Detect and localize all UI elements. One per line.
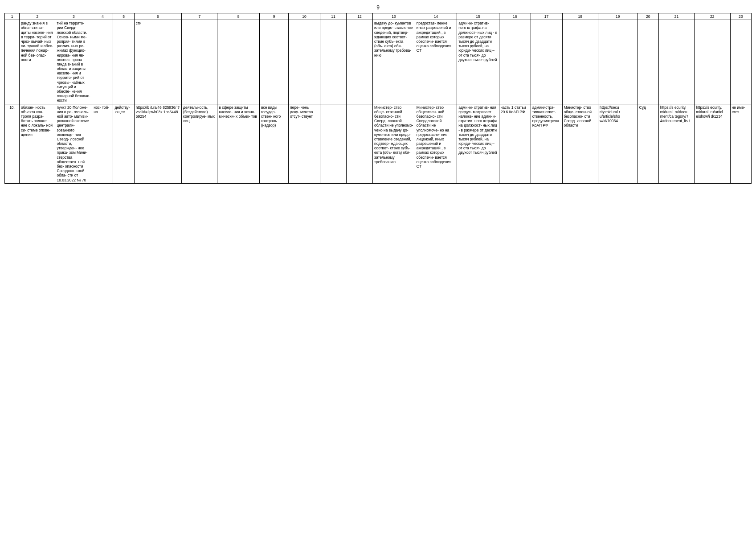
cont-4 bbox=[92, 20, 113, 104]
th-8: 8 bbox=[217, 13, 260, 20]
th-3: 3 bbox=[55, 13, 92, 20]
cont-23 bbox=[730, 20, 751, 104]
cont-2-text: ранду знания в обла- сти за- щиты населе… bbox=[21, 21, 53, 62]
cont-12 bbox=[347, 20, 373, 104]
cell-10-19-text: https://secu rity.midural.r u/article/sh… bbox=[600, 105, 620, 123]
cell-10-5-text: действу- ющее bbox=[114, 105, 130, 114]
th-22: 22 bbox=[695, 13, 730, 20]
cell-10-16-text: часть 1 статьи 20.6 КоАП РФ bbox=[501, 105, 526, 114]
cell-10-23: не име- ется bbox=[730, 104, 751, 183]
cont-10 bbox=[289, 20, 320, 104]
cell-10-13: Министер- ство обще- ственной безопасно-… bbox=[373, 104, 415, 183]
cont-14-text: предостав- ление иных разрешений и аккре… bbox=[417, 21, 451, 53]
cell-10-21: https://s ecurity. midural. ru/docu ment… bbox=[658, 104, 694, 183]
cont-6-text: сти bbox=[136, 21, 142, 25]
cell-10-9-text: все виды государ- ствен- ного контроль (… bbox=[261, 105, 281, 128]
cont-2: ранду знания в обла- сти за- щиты населе… bbox=[20, 20, 55, 104]
th-4: 4 bbox=[92, 13, 113, 20]
th-10: 10 bbox=[289, 13, 320, 20]
cont-8 bbox=[217, 20, 260, 104]
cell-10-22: https://s ecurity. midural. ru/articl e/… bbox=[695, 104, 730, 183]
page-number: 9 bbox=[4, 4, 752, 11]
cell-10-17: администра- тивная ответ- ственность, пр… bbox=[531, 104, 562, 183]
cell-10-14-text: Министер- ство обществен- ной безопасно-… bbox=[417, 105, 451, 169]
continuation-row: ранду знания в обла- сти за- щиты населе… bbox=[5, 20, 752, 104]
cell-10-19: https://secu rity.midural.r u/article/sh… bbox=[598, 104, 637, 183]
cont-14: предостав- ление иных разрешений и аккре… bbox=[415, 20, 457, 104]
cont-9 bbox=[260, 20, 289, 104]
cont-5 bbox=[113, 20, 134, 104]
th-20: 20 bbox=[637, 13, 658, 20]
cell-10-6: https://b it.rs/46 825936/ ?vsclid= lpwb… bbox=[134, 104, 181, 183]
cell-10-8-text: в сфере защиты населе- ния и эконо- миче… bbox=[219, 105, 257, 119]
cell-10-21-text: https://s ecurity. midural. ru/docu ment… bbox=[660, 105, 690, 123]
cell-10-4: нос- той- но bbox=[92, 104, 113, 183]
cell-10-13-text: Министер- ство обще- ственной безопасно-… bbox=[374, 105, 413, 164]
header-row-nums: 1 2 3 4 5 6 7 8 9 10 11 12 13 14 15 16 1… bbox=[5, 13, 752, 20]
cont-16 bbox=[499, 20, 531, 104]
cont-1 bbox=[5, 20, 20, 104]
cell-10-23-text: не име- ется bbox=[732, 105, 745, 114]
cont-15-text: админи- стратив- ного штрафа на должност… bbox=[458, 21, 497, 62]
cell-10-3-text: пункт 20 Положе- ния о ре- гиональ- ной … bbox=[57, 105, 89, 182]
th-1: 1 bbox=[5, 13, 20, 20]
cell-10-1: 10. bbox=[5, 104, 20, 183]
th-2: 2 bbox=[20, 13, 55, 20]
th-23: 23 bbox=[730, 13, 751, 20]
cell-10-2-text: обязан- ность объекта кон- троля разра- … bbox=[21, 105, 53, 137]
cont-13-text: выдачу до- кументов или предо- ставление… bbox=[374, 21, 413, 57]
cell-10-20-text: Суд bbox=[639, 105, 646, 110]
table-row-10: 10. обязан- ность объекта кон- троля раз… bbox=[5, 104, 752, 183]
cell-10-6-text: https://b it.rs/46 825936/ ?vsclid= lpwb… bbox=[136, 105, 180, 119]
cell-10-14: Министер- ство обществен- ной безопасно-… bbox=[415, 104, 457, 183]
th-12: 12 bbox=[347, 13, 373, 20]
cell-10-11 bbox=[320, 104, 346, 183]
cell-10-18: Министер- ство обще- ственной безопасно-… bbox=[562, 104, 598, 183]
th-7: 7 bbox=[182, 13, 217, 20]
cont-7 bbox=[182, 20, 217, 104]
cont-13: выдачу до- кументов или предо- ставление… bbox=[373, 20, 415, 104]
cont-11 bbox=[320, 20, 346, 104]
cell-10-7: деятельность, (бездействие) контролируе-… bbox=[182, 104, 217, 183]
th-11: 11 bbox=[320, 13, 346, 20]
cont-3: тий на террито- рии Сверд- ловской облас… bbox=[55, 20, 92, 104]
cell-10-3: пункт 20 Положе- ния о ре- гиональ- ной … bbox=[55, 104, 92, 183]
th-17: 17 bbox=[531, 13, 562, 20]
th-16: 16 bbox=[499, 13, 531, 20]
th-5: 5 bbox=[113, 13, 134, 20]
cont-20 bbox=[637, 20, 658, 104]
th-21: 21 bbox=[658, 13, 694, 20]
cell-10-5: действу- ющее bbox=[113, 104, 134, 183]
cont-6: сти bbox=[134, 20, 181, 104]
cont-15: админи- стратив- ного штрафа на должност… bbox=[457, 20, 499, 104]
cell-10-8: в сфере защиты населе- ния и эконо- миче… bbox=[217, 104, 260, 183]
cell-10-7-text: деятельность, (бездействие) контролируе-… bbox=[183, 105, 215, 123]
th-13: 13 bbox=[373, 13, 415, 20]
cell-10-22-text: https://s ecurity. midural. ru/articl e/… bbox=[696, 105, 723, 119]
cont-21 bbox=[658, 20, 694, 104]
page: 9 1 bbox=[0, 0, 756, 535]
main-table: 1 2 3 4 5 6 7 8 9 10 11 12 13 14 15 16 1… bbox=[4, 13, 752, 184]
cell-10-10-text: пере- чень доку- ментов отсут- ствует bbox=[290, 105, 313, 119]
cont-22 bbox=[695, 20, 730, 104]
cont-3-text: тий на террито- рии Сверд- ловской облас… bbox=[57, 21, 90, 103]
cell-10-2: обязан- ность объекта кон- троля разра- … bbox=[20, 104, 55, 183]
cell-10-4-text: нос- той- но bbox=[94, 105, 109, 114]
cell-10-20: Суд bbox=[637, 104, 658, 183]
th-19: 19 bbox=[598, 13, 637, 20]
cell-10-12 bbox=[347, 104, 373, 183]
th-15: 15 bbox=[457, 13, 499, 20]
cell-10-17-text: администра- тивная ответ- ственность, пр… bbox=[532, 105, 559, 128]
cell-10-15-text: админи- стратив- ная предус- матривает н… bbox=[458, 105, 497, 155]
th-6: 6 bbox=[134, 13, 181, 20]
cell-10-16: часть 1 статьи 20.6 КоАП РФ bbox=[499, 104, 531, 183]
th-9: 9 bbox=[260, 13, 289, 20]
th-18: 18 bbox=[562, 13, 598, 20]
cont-18 bbox=[562, 20, 598, 104]
cont-19 bbox=[598, 20, 637, 104]
cont-17 bbox=[531, 20, 562, 104]
cell-10-18-text: Министер- ство обще- ственной безопасно-… bbox=[564, 105, 592, 128]
cell-10-9: все виды государ- ствен- ного контроль (… bbox=[260, 104, 289, 183]
th-14: 14 bbox=[415, 13, 457, 20]
cell-10-15: админи- стратив- ная предус- матривает н… bbox=[457, 104, 499, 183]
